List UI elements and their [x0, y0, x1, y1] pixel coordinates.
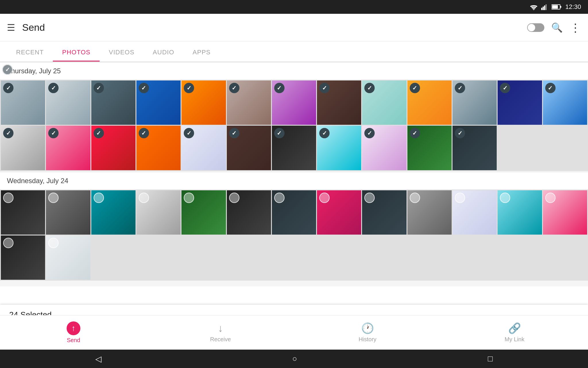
photo-cell[interactable]: [452, 80, 497, 125]
photo-checkbox[interactable]: [3, 193, 13, 203]
photo-cell[interactable]: [1, 126, 45, 170]
menu-button[interactable]: ☰: [7, 22, 15, 33]
photo-checkbox[interactable]: [364, 193, 375, 203]
photo-checkbox[interactable]: [319, 193, 330, 203]
photo-checkbox[interactable]: [184, 193, 194, 203]
search-button[interactable]: 🔍: [551, 22, 563, 33]
svg-rect-7: [552, 5, 558, 9]
photo-cell[interactable]: [136, 80, 181, 125]
photo-cell[interactable]: [227, 126, 271, 170]
photo-checkbox[interactable]: [229, 193, 239, 203]
photo-checkbox[interactable]: [545, 193, 556, 203]
photo-checkbox[interactable]: [139, 83, 149, 93]
svg-rect-6: [560, 6, 561, 8]
photo-checkbox[interactable]: [274, 83, 285, 93]
home-button[interactable]: ○: [292, 354, 297, 363]
photo-cell[interactable]: [407, 126, 452, 170]
photo-cell[interactable]: [136, 190, 181, 235]
photo-cell[interactable]: [46, 190, 90, 235]
photo-checkbox[interactable]: [410, 83, 420, 93]
tab-audio[interactable]: AUDIO: [144, 49, 183, 62]
photo-checkbox[interactable]: [94, 83, 104, 93]
photo-cell[interactable]: [407, 190, 452, 235]
recent-button[interactable]: □: [488, 354, 493, 363]
photo-cell[interactable]: [46, 235, 90, 280]
photo-checkbox[interactable]: [545, 83, 556, 93]
photo-cell[interactable]: [272, 126, 316, 170]
photo-checkbox[interactable]: [94, 193, 104, 203]
photo-cell[interactable]: [1, 235, 45, 280]
tab-recent[interactable]: RECENT: [7, 49, 53, 62]
thursday-grid: [0, 80, 588, 171]
photo-cell[interactable]: [91, 126, 136, 170]
photo-checkbox[interactable]: [410, 128, 420, 138]
photo-cell[interactable]: [1, 80, 45, 125]
photo-checkbox[interactable]: [274, 128, 285, 138]
photo-cell[interactable]: [46, 126, 90, 170]
photo-cell[interactable]: [91, 190, 136, 235]
wednesday-date: Wednesday, July 24: [7, 177, 68, 185]
photo-checkbox[interactable]: [3, 83, 13, 93]
photo-cell[interactable]: [272, 80, 316, 125]
photo-checkbox[interactable]: [274, 193, 285, 203]
photo-checkbox[interactable]: [139, 128, 149, 138]
thursday-header: Thursday, July 25: [0, 62, 588, 80]
photo-checkbox[interactable]: [48, 193, 59, 203]
photo-cell[interactable]: [227, 190, 271, 235]
photo-cell[interactable]: [452, 190, 497, 235]
photo-cell[interactable]: [543, 190, 587, 235]
photo-cell[interactable]: [317, 190, 361, 235]
photo-checkbox[interactable]: [229, 128, 239, 138]
toggle-icon[interactable]: [527, 23, 544, 32]
photo-cell[interactable]: [181, 80, 226, 125]
photo-cell[interactable]: [452, 126, 497, 170]
photo-cell[interactable]: [1, 190, 45, 235]
svg-rect-2: [543, 7, 544, 10]
photo-checkbox[interactable]: [3, 238, 13, 248]
photo-cell[interactable]: [317, 126, 361, 170]
photo-cell[interactable]: [181, 126, 226, 170]
nav-mylink[interactable]: 🔗 My Link: [441, 322, 588, 343]
photo-cell[interactable]: [272, 190, 316, 235]
photo-checkbox[interactable]: [184, 83, 194, 93]
status-bar: 12:30: [0, 0, 588, 14]
photo-checkbox[interactable]: [48, 238, 59, 248]
photo-cell[interactable]: [543, 80, 587, 125]
tab-videos[interactable]: VIDEOS: [100, 49, 144, 62]
photo-cell[interactable]: [91, 80, 136, 125]
app-bar: ☰ Send 🔍 ⋮: [0, 14, 588, 41]
photo-checkbox[interactable]: [139, 193, 149, 203]
svg-rect-1: [541, 8, 542, 10]
history-nav-icon: 🕐: [361, 322, 374, 334]
photo-cell[interactable]: [46, 80, 90, 125]
wifi-icon: [530, 4, 538, 10]
photo-cell[interactable]: [181, 190, 226, 235]
photo-cell[interactable]: [362, 126, 406, 170]
photo-cell[interactable]: [317, 80, 361, 125]
more-button[interactable]: ⋮: [570, 21, 581, 34]
nav-history[interactable]: 🕐 History: [294, 322, 441, 343]
photo-cell[interactable]: [498, 190, 542, 235]
photo-checkbox[interactable]: [94, 128, 104, 138]
nav-send[interactable]: ↑ Send: [0, 321, 147, 344]
photo-cell[interactable]: [407, 80, 452, 125]
photo-cell[interactable]: [136, 126, 181, 170]
photo-cell[interactable]: [362, 190, 406, 235]
back-button[interactable]: ◁: [95, 354, 102, 364]
photo-cell[interactable]: [227, 80, 271, 125]
app-bar-actions: 🔍 ⋮: [527, 21, 581, 34]
tab-apps[interactable]: APPS: [183, 49, 220, 62]
wednesday-select-all[interactable]: [2, 64, 13, 75]
photo-checkbox[interactable]: [455, 83, 465, 93]
photo-cell[interactable]: [498, 80, 542, 125]
photo-checkbox[interactable]: [410, 193, 420, 203]
photo-cell[interactable]: [362, 80, 406, 125]
photo-checkbox[interactable]: [455, 193, 465, 203]
photo-checkbox[interactable]: [500, 193, 510, 203]
photo-checkbox[interactable]: [319, 83, 330, 93]
mylink-nav-label: My Link: [505, 336, 525, 343]
nav-receive[interactable]: ↓ Receive: [147, 322, 294, 343]
tab-photos[interactable]: PHOTOS: [53, 49, 100, 62]
receive-nav-icon: ↓: [218, 322, 223, 334]
photo-checkbox[interactable]: [229, 83, 239, 93]
